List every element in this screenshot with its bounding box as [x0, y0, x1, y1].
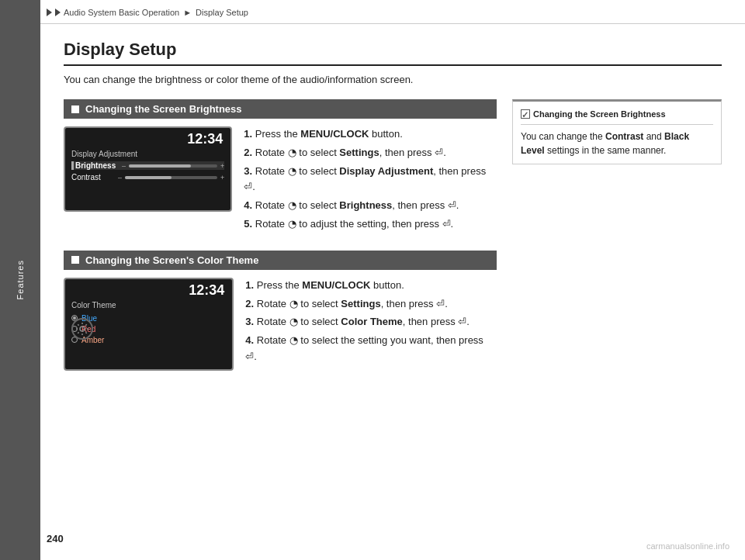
- breadcrumb-arrow-1: [47, 9, 52, 16]
- screen1-label: Display Adjustment: [71, 150, 224, 158]
- contrast-fill: [125, 176, 172, 179]
- breadcrumb-part2: Display Setup: [196, 8, 248, 17]
- step2-3: 3. Rotate ◔ to select Color Theme, then …: [245, 314, 497, 330]
- brightness-steps: 1. Press the MENU/CLOCK button. 2. Rotat…: [244, 126, 497, 235]
- screen1-time: 12:34: [187, 131, 223, 147]
- step2-1: 1. Press the MENU/CLOCK button.: [245, 278, 497, 294]
- contrast-row-label: Contrast: [71, 173, 118, 181]
- page-number: 240: [47, 533, 64, 544]
- step1-4: 4. Rotate ◔ to select Brightness, then p…: [244, 198, 497, 214]
- left-column: Changing the Screen Brightness 12:34 Dis…: [64, 99, 497, 386]
- section1-content: 12:34 Display Adjustment Brightness – +: [64, 126, 497, 235]
- right-note-title-text: Changing the Screen Brightness: [533, 108, 666, 121]
- step1-2: 2. Rotate ◔ to select Settings, then pre…: [244, 145, 497, 161]
- right-column: Changing the Screen Brightness You can c…: [512, 99, 722, 386]
- note-checkbox-icon: [521, 109, 530, 119]
- screen2-time: 12:34: [189, 282, 224, 299]
- right-note: Changing the Screen Brightness You can c…: [512, 99, 722, 164]
- right-note-title: Changing the Screen Brightness: [521, 108, 713, 125]
- contrast-slider: [125, 176, 217, 179]
- section-color-theme: Changing the Screen's Color Theme 12:34 …: [64, 251, 497, 371]
- intro-text: You can change the brightness or color t…: [64, 74, 722, 85]
- section-brightness: Changing the Screen Brightness 12:34 Dis…: [64, 99, 497, 235]
- contrast-row: Contrast – +: [71, 173, 224, 181]
- step2-2: 2. Rotate ◔ to select Settings, then pre…: [245, 296, 497, 313]
- section2-content: 12:34 Color Theme: [64, 278, 497, 371]
- section-heading-color: Changing the Screen's Color Theme: [64, 251, 497, 270]
- section-square-icon: [71, 105, 79, 113]
- brightness-row-label: Brightness: [75, 161, 122, 170]
- color-theme-label: Color Theme: [71, 301, 226, 309]
- step1-1: 1. Press the MENU/CLOCK button.: [244, 126, 497, 143]
- breadcrumb-arrow-2: [55, 9, 61, 16]
- step1-5: 5. Rotate ◔ to adjust the setting, then …: [244, 216, 497, 233]
- section-heading-brightness-label: Changing the Screen Brightness: [85, 103, 242, 115]
- watermark: carmanualsonline.info: [646, 541, 729, 551]
- color-steps: 1. Press the MENU/CLOCK button. 2. Rotat…: [245, 278, 497, 371]
- breadcrumb: Audio System Basic Operation ► Display S…: [0, 0, 745, 24]
- sidebar: Features: [0, 0, 40, 560]
- breadcrumb-sep1: ►: [183, 8, 192, 17]
- section-square-icon2: [71, 256, 79, 264]
- right-note-body: You can change the Contrast and Black Le…: [521, 130, 713, 157]
- breadcrumb-part1: Audio System Basic Operation: [64, 8, 179, 17]
- brightness-slider: [129, 164, 217, 168]
- page-title: Display Setup: [64, 40, 722, 66]
- gear-icon: [71, 318, 93, 340]
- color-theme-layout: Blue Red Amber: [71, 314, 226, 347]
- step1-3: 3. Rotate ◔ to select Display Adjustment…: [244, 164, 497, 196]
- brightness-fill: [129, 164, 191, 168]
- sidebar-label: Features: [16, 260, 25, 299]
- section-heading-color-label: Changing the Screen's Color Theme: [85, 254, 258, 266]
- step2-4: 4. Rotate ◔ to select the setting you wa…: [245, 333, 497, 365]
- color-theme-screen: 12:34 Color Theme: [64, 278, 234, 371]
- main-content: Display Setup You can change the brightn…: [40, 40, 745, 402]
- svg-point-0: [80, 327, 85, 331]
- section-heading-brightness: Changing the Screen Brightness: [64, 99, 497, 119]
- brightness-screen-mockup: 12:34 Display Adjustment Brightness – +: [64, 126, 232, 212]
- brightness-row: Brightness – +: [71, 161, 224, 170]
